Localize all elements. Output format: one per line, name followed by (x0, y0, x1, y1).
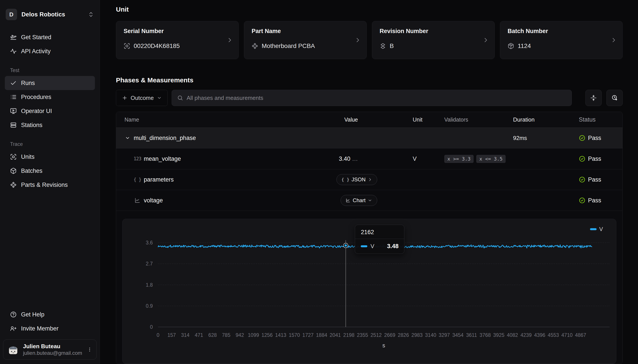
validators-cell: x >= 3.3 x <= 3.5 (444, 155, 513, 163)
table-header: Name Value Unit Validators Duration Stat… (116, 112, 622, 128)
svg-text:2041: 2041 (330, 332, 341, 338)
plane-takeoff-icon (10, 34, 17, 40)
svg-text:4082: 4082 (507, 332, 518, 338)
sidebar-item-get-help[interactable]: Get Help (5, 308, 95, 322)
sidebar-item-procedures[interactable]: Procedures (5, 90, 95, 104)
measurement-name-cell: voltage (116, 197, 318, 204)
card-serial-number[interactable]: Serial Number 00220D4K68185 (116, 21, 239, 59)
phase-status: Pass (578, 135, 622, 142)
card-label: Serial Number (124, 28, 231, 34)
svg-text:1413: 1413 (275, 332, 286, 338)
sidebar-item-invite-member[interactable]: Invite Member (5, 322, 95, 336)
phase-name-cell: multi_dimension_phase (116, 135, 318, 142)
chevron-down-icon (368, 198, 372, 202)
serial-number-value: 00220D4K68185 (134, 42, 180, 50)
measurement-status: Pass (578, 197, 622, 204)
user-email: julien.buteau@gmail.com (23, 350, 82, 356)
chevrons-up-down-icon (88, 12, 94, 18)
tooltip-series-name: V (370, 243, 374, 250)
revision-number-value: B (390, 42, 394, 50)
chart-label: Chart (353, 197, 366, 204)
status-label: Pass (588, 135, 601, 142)
outcome-filter-label: Outcome (131, 94, 154, 102)
svg-text:2826: 2826 (398, 332, 409, 338)
phase-name: multi_dimension_phase (134, 135, 196, 142)
svg-text:1.8: 1.8 (146, 282, 153, 288)
sidebar-item-stations[interactable]: Stations (5, 118, 95, 132)
kebab-menu-icon[interactable] (87, 347, 93, 352)
sidebar-item-api-activity[interactable]: API Activity (5, 44, 95, 58)
history-button[interactable] (606, 90, 623, 106)
search-box (172, 90, 572, 106)
outcome-filter-button[interactable]: Outcome (116, 90, 168, 106)
chart-value-button[interactable]: Chart (341, 195, 377, 206)
measurement-name: mean_voltage (144, 156, 181, 162)
column-header-validators: Validators (444, 116, 513, 123)
box-icon (508, 43, 514, 49)
stations-icon (10, 122, 17, 128)
sidebar-item-label: Units (21, 154, 35, 160)
sidebar-item-label: Batches (21, 168, 43, 174)
circle-check-icon (579, 176, 585, 183)
sidebar-item-operator-ui[interactable]: Operator UI (5, 104, 95, 118)
scan-icon (124, 43, 130, 49)
workspace-avatar: D (6, 9, 17, 20)
json-value-button[interactable]: { } JSON (336, 174, 377, 185)
search-icon (177, 95, 183, 101)
sidebar-item-label: Operator UI (21, 108, 52, 114)
card-part-name[interactable]: Part Name Motherboard PCBA (244, 21, 367, 59)
user-card[interactable]: Julien Buteau julien.buteau@gmail.com (3, 340, 97, 360)
svg-text:0: 0 (150, 324, 153, 330)
sidebar-item-get-started[interactable]: Get Started (5, 30, 95, 44)
sidebar-item-label: Invite Member (21, 325, 59, 332)
chart-line-icon (346, 198, 350, 203)
measurement-name-cell: { } parameters (116, 176, 318, 183)
workspace-switcher[interactable]: D Delos Robotics (6, 9, 94, 20)
table-row-phase[interactable]: multi_dimension_phase 92ms Pass (116, 128, 622, 148)
nav-section-trace: Trace (0, 141, 100, 147)
svg-text:471: 471 (195, 332, 203, 338)
card-label: Revision Number (380, 28, 487, 34)
svg-text:s: s (382, 342, 385, 348)
svg-text:4710: 4710 (561, 332, 572, 338)
svg-text:2669: 2669 (384, 332, 395, 338)
svg-text:4867: 4867 (575, 332, 586, 338)
svg-text:1256: 1256 (261, 332, 273, 338)
svg-text:0.9: 0.9 (146, 303, 153, 309)
card-value: 1124 (508, 42, 615, 50)
chart-row: 00.91.82.73.6015731447162878594210991256… (116, 211, 622, 364)
card-batch-number[interactable]: Batch Number 1124 (500, 21, 623, 59)
sidebar-item-batches[interactable]: Batches (5, 164, 95, 178)
numeric-type-icon: 123 (133, 156, 142, 162)
sidebar-item-units[interactable]: Units (5, 150, 95, 164)
card-label: Batch Number (508, 28, 615, 34)
batch-number-value: 1124 (518, 42, 531, 50)
sidebar-item-label: Stations (21, 122, 43, 128)
svg-text:2.7: 2.7 (146, 261, 153, 266)
sidebar-item-parts-revisions[interactable]: Parts & Revisions (5, 178, 95, 192)
chevron-down-icon[interactable] (125, 135, 131, 140)
sidebar-item-runs[interactable]: Runs (5, 76, 95, 90)
sidebar-item-label: Get Started (21, 34, 51, 41)
legend-label: V (599, 226, 603, 232)
sidebar-item-label: Runs (21, 80, 35, 86)
user-plus-icon (10, 325, 17, 332)
table-row-parameters: { } parameters { } JSON Pass (116, 169, 622, 190)
collapse-rows-button[interactable] (585, 90, 602, 106)
part-name-value: Motherboard PCBA (262, 42, 315, 50)
scan-icon (10, 154, 17, 160)
svg-text:1727: 1727 (302, 332, 314, 338)
column-header-value: Value (318, 116, 378, 123)
sidebar-item-label: Get Help (21, 311, 45, 318)
component-icon (10, 182, 17, 188)
plus-icon (122, 95, 128, 101)
tooltip-x-value: 2162 (355, 225, 404, 239)
card-revision-number[interactable]: Revision Number B (372, 21, 495, 59)
user-info: Julien Buteau julien.buteau@gmail.com (23, 343, 82, 356)
svg-text:3297: 3297 (439, 332, 450, 338)
search-input[interactable] (187, 94, 566, 102)
svg-text:3454: 3454 (452, 332, 463, 338)
measurement-name-cell: 123 mean_voltage (116, 156, 318, 162)
svg-text:628: 628 (208, 332, 217, 338)
svg-text:157: 157 (168, 332, 176, 338)
